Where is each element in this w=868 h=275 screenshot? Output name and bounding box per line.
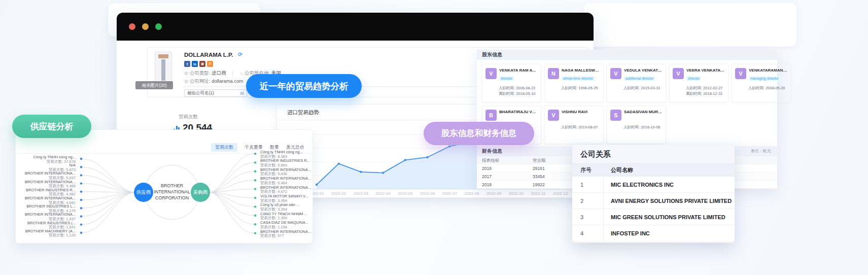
shareholder-name: VENKATA RAM ATLURI: [499, 68, 538, 73]
financial-header-label: 财务信息: [482, 146, 502, 156]
shareholder-card[interactable]: V VENKATA RAM ATLURI director 入职时间: 2006…: [482, 64, 541, 102]
buyer-trade-count: 贸易次数: 1,158: [260, 225, 320, 230]
shareholder-card[interactable]: V VEDULA VENKATA RAM... additional direc…: [607, 64, 666, 102]
relations-table-header: 序号 公司名称: [572, 164, 735, 177]
x-axis-label: 2022-04: [375, 191, 390, 196]
minimize-window-icon[interactable]: [142, 23, 149, 30]
buyer-node[interactable]: BROTHER INTERNATIONA... 贸易次数: 5,484: [260, 177, 320, 185]
related-images-chip[interactable]: 相关图片(20): [135, 81, 173, 89]
buyer-node[interactable]: CôNG TY TRáCH NHIệM ... 贸易次数: 2,359: [260, 212, 320, 221]
calendar-icon[interactable]: ▤: [240, 91, 244, 95]
shareholder-card[interactable]: V VISHNU RAVI 入职时间: 2019-08-07: [544, 106, 604, 144]
buyer-trade-count: 贸易次数: 577: [260, 234, 320, 238]
leave-date: 离职时间: 2018-05-10: [499, 91, 538, 96]
supplier-hub-node[interactable]: 供应商: [134, 183, 153, 202]
relation-company-name: MIC ELECTRONICS INC: [604, 177, 674, 192]
app-icon[interactable]: ▣: [199, 61, 205, 67]
trend-analysis-callout: 近一年的贸易趋势分析: [246, 74, 362, 98]
supply-chain-callout: 供应链分析: [12, 115, 91, 138]
facebook-icon[interactable]: f: [184, 61, 190, 67]
relation-index: 2: [572, 193, 604, 209]
supplier-trade-count: 贸易次数: 1,120: [16, 233, 76, 238]
financial-year: 2016: [477, 164, 533, 172]
avatar: V: [485, 68, 497, 79]
shareholder-financial-callout: 股东信息和财务信息: [424, 122, 534, 145]
relations-table-body: 1 MIC ELECTRONICS INC 2 AVNI ENERGY SOLU…: [572, 177, 735, 242]
shareholder-card[interactable]: S SADASIVAN MURALIKR... 入职时间: 2016-10-06: [607, 106, 666, 144]
product-image: [155, 52, 172, 84]
buyer-hub-node[interactable]: 采购商: [191, 183, 210, 202]
company-website-line: ◎公司网址: dollarama.com: [184, 78, 243, 85]
linkedin-icon[interactable]: in: [192, 61, 198, 67]
financial-year: 2017: [477, 173, 533, 180]
role-badge: managing director: [749, 76, 780, 81]
buyer-node[interactable]: BROTHER INTERNATIONA... 贸易次数: 577: [260, 230, 320, 238]
shareholder-header: 股东信息: [477, 50, 777, 60]
relation-index: 3: [572, 209, 604, 225]
avatar: V: [735, 68, 746, 79]
shareholder-name: VEDULA VENKATA RAM...: [624, 68, 663, 73]
maximize-window-icon[interactable]: [155, 23, 162, 30]
similar-company-value: 相似公司名(1): [187, 90, 214, 96]
shareholder-card[interactable]: V VENKATARAMANA MAG... managing director…: [732, 64, 791, 102]
avatar: V: [548, 110, 559, 121]
avatar: S: [610, 110, 621, 121]
x-axis-label: 2022-05: [398, 191, 412, 196]
buyer-node[interactable]: VOLTA MOTOR SANAYİ V... 贸易次数: 3,959: [260, 194, 320, 203]
shareholder-name: NAGA MALLESWARA R...: [562, 68, 600, 73]
refresh-icon[interactable]: ⟳: [238, 51, 242, 58]
role-badge: director: [686, 76, 701, 81]
buyer-trade-count: 贸易次数: 5,484: [260, 181, 320, 186]
close-window-icon[interactable]: [129, 23, 135, 30]
company-type-label: 公司类型:: [190, 70, 211, 76]
financial-year: 2018: [477, 181, 533, 188]
join-date: 入职时间: 2015-03-31: [623, 85, 663, 91]
company-name: DOLLARAMA L.P.: [184, 52, 233, 58]
relations-table-row[interactable]: 3 MIC GREEN SOLUTIONS PRIVATE LIMITED: [572, 209, 735, 225]
leave-date: 离职时间: 2018-12-31: [686, 91, 725, 96]
buyer-node[interactable]: Công ty cổ phần sản ... 贸易次数: 3,394: [260, 203, 320, 212]
buyer-node[interactable]: BROTHER INDUSTRIES R... 贸易次数: 5,860: [260, 159, 320, 167]
shareholder-name: BHARATIRAJU VEGIRAJU: [499, 110, 538, 114]
join-date: 入职时间: 2016-10-06: [623, 124, 663, 130]
role-badge: additional director: [624, 76, 655, 81]
supplier-node[interactable]: Công ty TNHH công ng... 贸易次数: 37,678: [16, 155, 76, 164]
shareholder-card[interactable]: N NAGA MALLESWARA R... whole-time direct…: [544, 64, 604, 102]
center-company-name: BROTHER INTERNATIONAL CORPORATION: [152, 183, 192, 201]
phone-icon[interactable]: ✆: [207, 61, 213, 67]
background-card: [583, 3, 796, 47]
avatar: V: [673, 68, 684, 79]
x-axis-label: 2022-09: [487, 191, 501, 196]
trade-count-label: 贸易次数: [179, 114, 212, 120]
relations-title: 公司关系: [572, 145, 735, 164]
buyer-node[interactable]: BROTHER INTERNATIONA... 贸易次数: 5,836: [260, 168, 320, 177]
relations-table-row[interactable]: 2 AVNI ENERGY SOLUTIONS PRIVATE LIMITED: [572, 193, 735, 209]
shareholder-name: VEERA VENKATA SATYA...: [686, 68, 725, 73]
x-axis-label: 2022-08: [464, 191, 479, 196]
role-badge: director: [499, 76, 514, 81]
supplier-node[interactable]: BROTHER MACHINERY (A... 贸易次数: 1,120: [16, 229, 76, 238]
relations-col-name: 公司名称: [604, 164, 633, 177]
supplier-node[interactable]: BROTHER INTERNATIONA... 贸易次数: 5,837: [16, 171, 76, 180]
relations-table-row[interactable]: 1 MIC ELECTRONICS INC: [572, 177, 735, 193]
buyer-node[interactable]: CASA DIAZ DE MAQUINA... 贸易次数: 1,158: [260, 221, 320, 229]
x-axis-label: 2022-10: [509, 191, 524, 196]
x-axis-label: 2022-11: [531, 191, 546, 196]
shareholder-name: SADASIVAN MURALIKR...: [624, 110, 663, 114]
similar-company-input[interactable]: 相似公司名(1) ▤: [184, 89, 247, 97]
relations-col-index: 序号: [572, 164, 604, 177]
avatar: V: [610, 68, 621, 79]
relation-index: 1: [572, 177, 604, 192]
company-website-value[interactable]: dollarama.com: [212, 78, 243, 84]
shareholder-card[interactable]: V VEERA VENKATA SATYA... director 入职时间: …: [669, 64, 728, 102]
shareholder-name: VENKATARAMANA MAG...: [749, 68, 787, 73]
supplier-node[interactable]: BROTHER INTERNATIONA... 贸易次数: 1,937: [16, 213, 76, 221]
join-date: 入职时间: 2019-08-07: [561, 124, 600, 130]
buyer-node[interactable]: BROTHER INTERNATIONA... 贸易次数: 4,672: [260, 186, 320, 194]
avatar: B: [485, 110, 497, 121]
x-axis-label: 2022-03: [354, 191, 368, 196]
globe-icon: ◎: [184, 79, 188, 84]
buyer-node[interactable]: Công ty TNHH công ng... 贸易次数: 8,389: [260, 150, 320, 159]
relations-table-row[interactable]: 4 INFOSTEP INC: [572, 225, 735, 242]
meta-separator: ｜: [230, 70, 235, 76]
